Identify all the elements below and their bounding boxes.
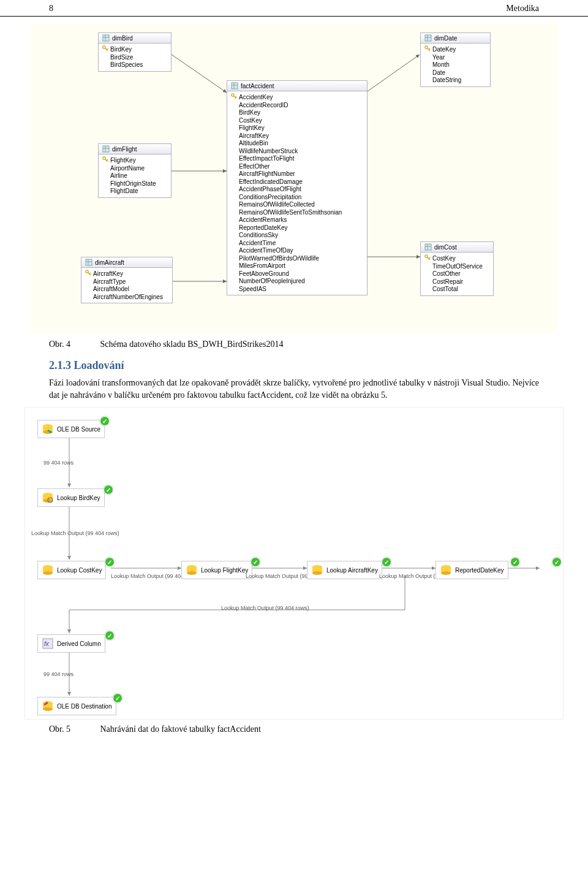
table-header: dimCost [420, 241, 494, 253]
table-column: FlightOriginState [102, 180, 167, 188]
caption-text: Nahrávání dat do faktové tabulky factAcc… [100, 724, 261, 734]
success-badge [105, 631, 115, 640]
svg-line-40 [429, 257, 430, 259]
match-output: Lookup Match Output (99 404 rows) [31, 530, 119, 536]
table-column: AircraftType [85, 278, 168, 286]
column-name: AircraftType [93, 278, 126, 286]
svg-rect-5 [103, 35, 109, 41]
table-column: WildlifeNumberStruck [231, 148, 363, 156]
column-name: ReportedDateKey [239, 224, 288, 232]
svg-point-60 [187, 571, 197, 575]
row-count: 99 404 rows [43, 460, 74, 466]
node-lookup-birdkey: Lookup BirdKey [37, 488, 105, 507]
table-header: dimFlight [98, 143, 172, 154]
table-dimFlight: dimFlightFlightKeyAirportNameAirlineFlig… [98, 143, 172, 198]
table-column: EffectImpactToFlight [231, 155, 363, 163]
column-name: ConditionsPrecipitation [239, 194, 301, 202]
success-badge [382, 557, 391, 567]
column-name: FlightKey [239, 124, 265, 132]
table-column: Airline [102, 172, 167, 180]
table-body: AircraftKeyAircraftTypeAircraftModelAirc… [81, 268, 173, 303]
table-column: FlightDate [102, 188, 167, 196]
column-name: CostRepair [432, 278, 463, 286]
table-column: TimeOutOfService [424, 263, 489, 271]
column-name: FlightOriginState [110, 180, 156, 188]
table-column: CostOther [424, 270, 489, 278]
table-body: FlightKeyAirportNameAirlineFlightOriginS… [98, 154, 172, 198]
column-name: RemainsOfWildlifeSentToSmithsonian [239, 209, 342, 217]
table-column: MilesFromAirport [231, 262, 363, 270]
svg-line-22 [89, 273, 91, 274]
node-label: Lookup CostKey [57, 567, 102, 574]
table-column: AccidentRemarks [231, 216, 363, 224]
node-label: Lookup BirdKey [57, 495, 100, 501]
table-column: ConditionsPrecipitation [231, 194, 363, 202]
table-column: CostRepair [424, 278, 489, 286]
column-name: AltitudeBin [239, 140, 268, 148]
node-label: OLE DB Destination [57, 703, 112, 710]
table-header: dimAircraft [81, 257, 173, 268]
schema-diagram: dimBirdBirdKeyBirdSizeBirdSpecies dimFli… [31, 24, 557, 333]
column-name: CostKey [432, 255, 456, 263]
table-dimDate: dimDateDateKeyYearMonthDateDateString [420, 32, 491, 87]
svg-point-57 [43, 571, 53, 575]
column-name: WildlifeNumberStruck [239, 148, 298, 156]
key-icon [85, 270, 91, 276]
column-name: Year [432, 54, 445, 62]
success-badge [552, 557, 562, 567]
column-name: FeetAboveGround [239, 270, 289, 278]
success-badge [100, 416, 110, 426]
table-column: DateKey [424, 45, 486, 54]
column-name: DateString [432, 77, 461, 85]
table-column: RemainsOfWildlifeCollected [231, 201, 363, 209]
table-column: BirdSize [102, 54, 167, 62]
table-icon [85, 259, 92, 266]
node-oledb-destination: OLE DB Destination [37, 697, 116, 715]
table-column: RemainsOfWildlifeSentToSmithsonian [231, 209, 363, 217]
table-column: Date [424, 69, 486, 77]
node-label: Lookup FlightKey [201, 567, 248, 574]
table-column: AccidentTimeOfDay [231, 247, 363, 255]
table-column: SpeedIAS [231, 286, 363, 294]
svg-point-71 [43, 707, 53, 711]
table-title: dimDate [434, 35, 457, 42]
match-output: Lookup Match Output (99 404 rows) [221, 605, 309, 611]
svg-point-63 [312, 571, 322, 575]
table-column: Year [424, 54, 486, 62]
key-icon [102, 45, 108, 51]
row-count: 99 404 rows [43, 671, 74, 677]
svg-line-28 [235, 96, 236, 97]
caption-label: Obr. 4 [49, 340, 98, 349]
node-label: Derived Column [57, 640, 101, 647]
table-column: AircraftKey [85, 270, 168, 278]
column-name: AccidentTimeOfDay [239, 247, 293, 255]
db-source-icon [42, 423, 54, 435]
column-name: AircraftKey [239, 132, 269, 140]
table-icon [424, 34, 432, 42]
key-icon [424, 45, 431, 51]
table-factAccident: factAccidentAccidentKeyAccidentRecordIDB… [227, 80, 368, 295]
svg-line-10 [107, 48, 108, 50]
paragraph: Fázi loadování transformovaných dat lze … [49, 377, 539, 401]
column-name: Date [432, 69, 445, 77]
figure-caption-4: Obr. 4 Schéma datového skladu BS_DWH_Bir… [49, 340, 539, 349]
node-derived-column: fx Derived Column [37, 634, 105, 653]
key-icon [424, 254, 431, 260]
column-name: AccidentTime [239, 240, 276, 248]
key-icon [102, 156, 108, 162]
table-dimAircraft: dimAircraftAircraftKeyAircraftTypeAircra… [81, 257, 173, 303]
table-column: BirdKey [231, 109, 363, 117]
table-column: AccidentPhaseOfFlight [231, 186, 363, 194]
column-name: CostTotal [432, 286, 458, 294]
column-name: BirdKey [110, 46, 132, 54]
success-badge [113, 693, 123, 703]
column-name: AircraftNumberOfEngines [93, 294, 163, 302]
success-badge [104, 485, 113, 495]
column-name: DateKey [432, 46, 456, 54]
table-icon [102, 34, 110, 42]
page-header: 8 Metodika [0, 0, 588, 17]
table-column: ReportedDateKey [231, 224, 363, 232]
node-lookup-aircraftkey: Lookup AircraftKey [307, 561, 382, 579]
table-column: NumberOfPeopleInjured [231, 278, 363, 286]
column-name: TimeOutOfService [432, 263, 483, 271]
